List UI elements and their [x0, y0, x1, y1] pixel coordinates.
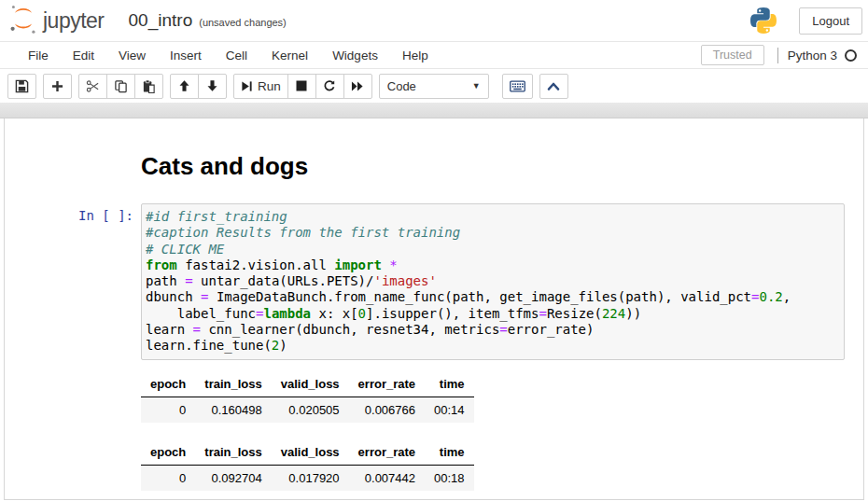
- stop-icon: [296, 80, 307, 91]
- table-cell: 0.006766: [349, 397, 425, 423]
- table-cell: 00:18: [425, 465, 474, 491]
- logout-button[interactable]: Logout: [799, 7, 862, 35]
- table-cell: 0.027785: [195, 491, 271, 500]
- notebook-title[interactable]: 00_intro: [129, 10, 193, 31]
- table-header-cell: train_loss: [195, 372, 271, 397]
- menu-item-edit[interactable]: Edit: [61, 43, 106, 68]
- move-up-icon: [178, 79, 190, 92]
- save-icon: [15, 79, 29, 93]
- menu-item-insert[interactable]: Insert: [158, 43, 214, 68]
- table-cell: 0.012449: [272, 491, 349, 500]
- keyboard-icon: [510, 80, 525, 92]
- run-cell-button[interactable]: Run: [233, 74, 288, 99]
- menubar: FileEditViewInsertCellKernelWidgetsHelp …: [0, 41, 868, 69]
- move-cell-up-button[interactable]: [170, 74, 199, 99]
- restart-run-all-icon: [351, 80, 364, 92]
- output-area: epochtrain_lossvalid_losserror_ratetime0…: [141, 372, 863, 500]
- move-down-icon: [206, 79, 218, 92]
- code-line: label_func=lambda x: x[0].isupper(), ite…: [146, 306, 840, 322]
- menu-item-help[interactable]: Help: [390, 43, 441, 68]
- input-prompt: In [ ]:: [5, 203, 141, 223]
- menu-items: FileEditViewInsertCellKernelWidgetsHelp: [16, 43, 441, 68]
- table-cell: 1: [141, 491, 195, 500]
- table-row: 00.0927040.0179200.00744200:18: [141, 465, 474, 491]
- training-results-table: epochtrain_lossvalid_losserror_ratetime0…: [141, 372, 474, 423]
- kernel-idle-icon: [845, 49, 857, 62]
- jupyter-wordmark: jupyter: [43, 8, 105, 34]
- notebook-container: Cats and dogs In [ ]: #id first_training…: [4, 118, 864, 500]
- code-line: # CLICK ME: [146, 242, 840, 257]
- markdown-heading: Cats and dogs: [141, 152, 863, 181]
- checkpoint-status: (unsaved changes): [199, 17, 287, 28]
- restart-kernel-button[interactable]: [315, 74, 344, 99]
- python-logo-icon: [749, 6, 778, 35]
- table-header-cell: epoch: [141, 440, 195, 466]
- table-header-cell: train_loss: [195, 440, 271, 466]
- menu-item-view[interactable]: View: [106, 43, 158, 68]
- table-row: 00.1604980.0205050.00676600:14: [141, 397, 474, 423]
- code-input-area[interactable]: #id first_training#caption Results from …: [141, 203, 845, 360]
- table-header-cell: error_rate: [349, 440, 425, 466]
- run-button-label: Run: [258, 79, 281, 93]
- chevron-up-icon: [547, 81, 560, 91]
- menubar-divider: [777, 48, 778, 63]
- restart-kernel-icon: [323, 79, 336, 92]
- code-line: #id first_training: [146, 209, 840, 225]
- copy-cell-button[interactable]: [106, 74, 135, 99]
- table-cell: 0: [141, 465, 195, 491]
- move-cell-down-button[interactable]: [198, 74, 227, 99]
- table-cell: 0.020505: [272, 397, 349, 423]
- table-cell: 00:18: [425, 491, 474, 500]
- table-header-cell: time: [425, 372, 474, 397]
- cut-icon: [86, 79, 100, 93]
- trusted-button[interactable]: Trusted: [701, 45, 764, 65]
- code-line: learn.fine_tune(2): [146, 338, 840, 354]
- table-cell: 0.017920: [272, 465, 349, 491]
- table-header-cell: valid_loss: [272, 440, 349, 466]
- table-cell: 0.092704: [195, 465, 271, 491]
- table-row: 10.0277850.0124490.00541300:18: [141, 491, 474, 500]
- header-bar: jupyter 00_intro (unsaved changes) Logou…: [0, 0, 868, 41]
- menu-item-file[interactable]: File: [16, 43, 61, 68]
- save-button[interactable]: [7, 74, 36, 99]
- toggle-toolbar-button[interactable]: [539, 74, 568, 99]
- menu-item-kernel[interactable]: Kernel: [259, 43, 320, 68]
- table-cell: 0.160498: [195, 397, 271, 423]
- paste-cell-button[interactable]: [134, 74, 163, 99]
- table-header-cell: valid_loss: [272, 372, 349, 397]
- add-cell-icon: [51, 80, 63, 92]
- copy-icon: [114, 79, 128, 93]
- code-line: path = untar_data(URLs.PETS)/'images': [146, 273, 840, 289]
- code-line: from fastai2.vision.all import *: [146, 257, 840, 273]
- table-header-cell: epoch: [141, 372, 195, 397]
- table-cell: 0.005413: [349, 491, 425, 500]
- code-line: dbunch = ImageDataBunch.from_name_func(p…: [146, 289, 840, 305]
- jupyter-logo-icon: [9, 3, 37, 38]
- table-cell: 0: [141, 397, 195, 423]
- command-palette-button[interactable]: [502, 74, 533, 99]
- cell-type-dropdown[interactable]: Code ▼: [379, 74, 489, 99]
- code-cell: In [ ]: #id first_training#caption Resul…: [5, 203, 863, 360]
- jupyter-logo[interactable]: jupyter: [9, 3, 105, 38]
- cut-cell-button[interactable]: [78, 74, 107, 99]
- interrupt-kernel-button[interactable]: [287, 74, 316, 99]
- table-header-cell: error_rate: [349, 372, 425, 397]
- table-cell: 0.007442: [349, 465, 425, 491]
- code-line: learn = cnn_learner(dbunch, resnet34, me…: [146, 322, 840, 338]
- table-cell: 00:14: [425, 397, 474, 423]
- toolbar: Run Code ▼: [0, 69, 868, 103]
- run-icon: [241, 80, 253, 92]
- code-line: #caption Results from the first training: [146, 225, 840, 241]
- menu-item-cell[interactable]: Cell: [214, 43, 259, 68]
- dropdown-caret-icon: ▼: [472, 81, 481, 90]
- cell-type-value: Code: [387, 79, 416, 93]
- training-results-table: epochtrain_lossvalid_losserror_ratetime0…: [141, 440, 474, 500]
- restart-run-all-button[interactable]: [343, 74, 372, 99]
- add-cell-button[interactable]: [43, 74, 72, 99]
- header-shadow-band: [0, 103, 868, 118]
- paste-icon: [142, 79, 156, 93]
- menu-item-widgets[interactable]: Widgets: [320, 43, 390, 68]
- table-header-cell: time: [425, 440, 474, 466]
- kernel-name: Python 3: [788, 49, 837, 63]
